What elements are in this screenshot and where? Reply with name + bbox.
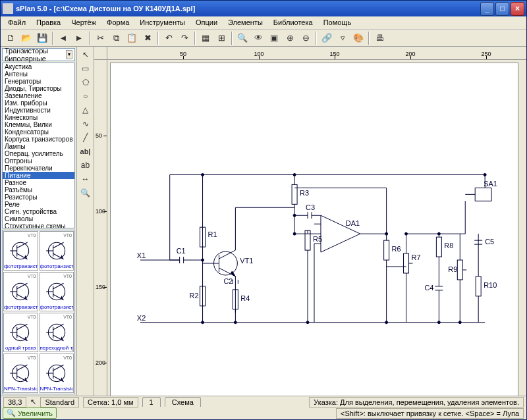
category-item[interactable]: Оптроны <box>3 157 74 165</box>
symbol-cell[interactable]: VT0одный транз <box>3 313 38 352</box>
category-item[interactable]: Антены <box>3 70 74 78</box>
menu-form[interactable]: Форма <box>102 18 134 28</box>
svg-rect-68 <box>404 253 409 273</box>
text-tool-icon[interactable]: ab <box>78 159 93 172</box>
svg-text:VT1: VT1 <box>240 257 253 265</box>
category-item[interactable]: Индуктивности <box>3 107 74 114</box>
minimize-button[interactable]: _ <box>480 2 494 16</box>
zoom-out-icon[interactable]: ⊖ <box>298 31 313 45</box>
symbol-cell[interactable]: VT0фототранзистор <box>40 272 74 311</box>
category-item[interactable]: Акустика <box>3 63 74 70</box>
line-tool-icon[interactable]: ╱ <box>78 131 93 144</box>
delete-icon[interactable]: ✖ <box>140 31 155 45</box>
chevron-down-icon[interactable]: ▾ <box>66 50 72 59</box>
category-item[interactable]: Сигн. устройства <box>3 208 74 215</box>
paste-icon[interactable]: 📋 <box>125 31 139 45</box>
view-icon[interactable]: 👁 <box>251 31 265 45</box>
category-item[interactable]: Кинескопы <box>3 114 74 121</box>
category-item[interactable]: Разъёмы <box>3 186 74 194</box>
symbol-cell[interactable]: VT0переходной транз <box>40 313 74 352</box>
category-item[interactable]: Резисторы <box>3 194 74 201</box>
marquee-tool-icon[interactable]: ▭ <box>78 62 93 75</box>
zoom-in-icon[interactable]: ⊕ <box>283 31 297 45</box>
menu-options[interactable]: Опции <box>191 18 222 28</box>
category-item[interactable]: Конденсаторы <box>3 128 74 136</box>
grid-icon[interactable]: ▦ <box>198 31 213 45</box>
category-item[interactable]: Лампы <box>3 143 74 150</box>
schematic-canvas[interactable]: X1 C1 R1 VT1 R2 C2 <box>110 63 518 396</box>
link-icon[interactable]: 🔗 <box>319 31 334 45</box>
symbol-cell[interactable]: VT0NPN-Transistor <box>40 354 74 393</box>
menu-file[interactable]: Файл <box>3 18 30 28</box>
workarea: Транзисторы биполярные ▾ АкустикаАнтеныГ… <box>1 47 526 396</box>
palette-icon[interactable]: 🎨 <box>351 31 366 45</box>
zoom-tool-icon[interactable]: 🔍 <box>78 186 93 199</box>
category-item[interactable]: Заземление <box>3 92 74 99</box>
category-list[interactable]: АкустикаАнтеныГенераторыДиоды, Тиристоры… <box>2 63 75 228</box>
polygon-tool-icon[interactable]: ⬠ <box>78 76 93 89</box>
snap-icon[interactable]: ⊞ <box>214 31 229 45</box>
svg-point-88 <box>234 321 236 324</box>
category-item[interactable]: Разное <box>3 179 74 186</box>
svg-text:X2: X2 <box>137 314 146 322</box>
maximize-button[interactable]: □ <box>495 2 509 16</box>
pointer-tool-icon[interactable]: ↖ <box>78 48 93 61</box>
category-item[interactable]: Структурные схемы <box>3 223 74 228</box>
zoom-badge[interactable]: 🔍 Увеличить <box>3 407 57 419</box>
menu-library[interactable]: Библиотека <box>269 18 318 28</box>
category-combo[interactable]: Транзисторы биполярные ▾ <box>2 48 75 61</box>
symbol-cell[interactable]: VT0NPN-Transistor <box>3 354 38 393</box>
dimension-tool-icon[interactable]: ↔ <box>78 172 93 186</box>
circle-tool-icon[interactable]: ○ <box>78 90 93 103</box>
category-item[interactable]: Операц. усилитель <box>3 150 74 157</box>
zoom-fit-icon[interactable]: ▣ <box>267 31 281 45</box>
menu-elements[interactable]: Элементы <box>223 18 267 28</box>
category-item[interactable]: Диоды, Тиристоры <box>3 85 74 92</box>
symbol-grid[interactable]: VT0фототранзисторVT0фототранзисторVT0фот… <box>2 230 75 394</box>
category-item[interactable]: Реле <box>3 201 74 208</box>
symbol-cell[interactable]: VT0фототранзистор <box>3 272 38 311</box>
redo-icon[interactable]: ↷ <box>177 31 192 45</box>
category-item[interactable]: Генераторы <box>3 78 74 85</box>
cut-icon[interactable]: ✂ <box>93 31 107 45</box>
library-panel: Транзисторы биполярные ▾ АкустикаАнтеныГ… <box>1 47 77 396</box>
page-tab[interactable]: 1 <box>142 397 161 407</box>
category-item[interactable]: Питание <box>3 172 74 179</box>
menu-tools[interactable]: Инструменты <box>135 18 190 28</box>
search-icon[interactable]: 🔍 <box>235 31 250 45</box>
separator <box>231 32 233 45</box>
symbol-cell[interactable]: VT0фототранзистор <box>3 231 38 271</box>
menu-edit[interactable]: Правка <box>32 18 65 28</box>
save-icon[interactable]: 💾 <box>35 31 49 45</box>
svg-text:R10: R10 <box>484 281 497 289</box>
category-item[interactable]: Изм. приборы <box>3 99 74 107</box>
menu-help[interactable]: Помощь <box>319 18 356 28</box>
close-button[interactable]: × <box>511 2 524 16</box>
category-item[interactable]: Символы <box>3 215 74 223</box>
svg-line-39 <box>17 365 28 370</box>
canvas-scroll[interactable]: X1 C1 R1 VT1 R2 C2 <box>107 60 526 396</box>
copy-icon[interactable]: ⧉ <box>109 31 123 45</box>
open-icon[interactable]: 📂 <box>19 31 34 45</box>
text-bold-tool-icon[interactable]: ab| <box>78 145 93 158</box>
svg-text:R1: R1 <box>208 230 217 238</box>
triangle-tool-icon[interactable]: △ <box>78 103 93 117</box>
ruler-vertical: 50100150200 <box>94 60 107 396</box>
category-item[interactable]: Корпуса транзисторов <box>3 136 74 143</box>
undo-icon[interactable]: ↶ <box>161 31 176 45</box>
page-prev-icon[interactable]: ◄ <box>56 31 70 45</box>
status-standard: Standard <box>40 397 79 407</box>
page-next-icon[interactable]: ► <box>72 31 86 45</box>
category-item[interactable]: Перекпючатели <box>3 165 74 172</box>
print-icon[interactable]: 🖶 <box>372 31 387 45</box>
window-title: sPlan 5.0 - [c:\Схема Дистошн на ОУ К140… <box>16 5 479 13</box>
symbol-cell[interactable]: VT0фототранзистор <box>40 231 74 271</box>
curve-tool-icon[interactable]: ∿ <box>78 117 93 130</box>
svg-point-93 <box>484 173 486 176</box>
filter-icon[interactable]: ▿ <box>335 31 350 45</box>
svg-rect-66 <box>384 240 389 260</box>
schema-tab[interactable]: Схема <box>165 397 201 407</box>
menu-drawing[interactable]: Чертёж <box>67 18 101 28</box>
category-item[interactable]: Клеммы, Вилки <box>3 121 74 128</box>
new-icon[interactable]: 🗋 <box>3 31 18 45</box>
